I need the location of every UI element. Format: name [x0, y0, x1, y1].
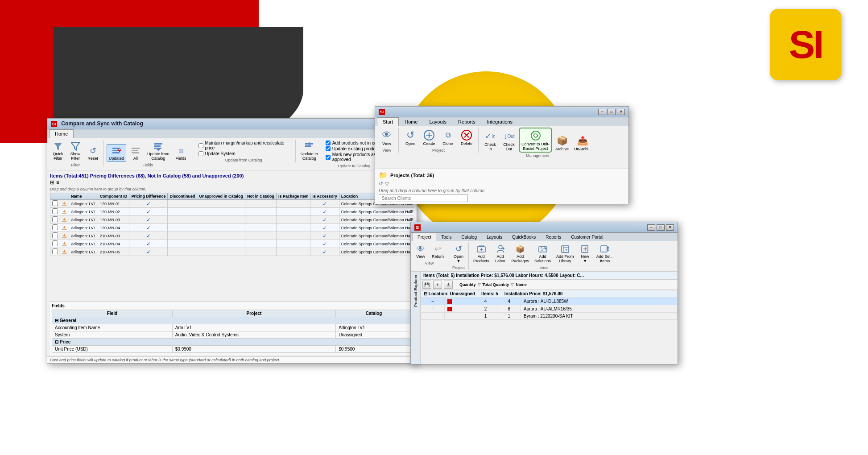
add-solutions-button[interactable]: AddSolutions	[532, 242, 553, 265]
col-accessory[interactable]: Is Accessory	[310, 193, 339, 200]
col-name[interactable]: Name	[69, 193, 98, 200]
field-name: Accounting Item Name	[52, 324, 173, 331]
col-package[interactable]: Is Package Item	[276, 193, 310, 200]
start-checkin-button[interactable]: ✓In CheckIn	[481, 128, 499, 153]
update-catalog-checkboxes: Maintain margin/markup and recalculate p…	[195, 140, 293, 157]
toolbar-add-btn[interactable]: +	[433, 281, 442, 289]
update-from-catalog-button[interactable]: Update fromCatalog	[145, 140, 172, 162]
start-maximize[interactable]: □	[608, 109, 616, 115]
start-create-button[interactable]: Create	[420, 128, 438, 147]
cell-checkbox[interactable]	[50, 248, 60, 256]
quick-filter-button[interactable]: QuickFilter	[50, 140, 66, 162]
start-minimize[interactable]: ─	[598, 109, 606, 115]
all-button[interactable]: All	[128, 144, 144, 162]
start-view-button[interactable]: 👁 View	[378, 128, 396, 147]
start-ribbon-body: 👁 View View ↺ Open	[375, 126, 628, 169]
col-pricing-diff[interactable]: Pricing Difference	[129, 193, 168, 200]
check-update-system-input[interactable]	[198, 151, 203, 156]
item-minus[interactable]: −	[421, 313, 445, 320]
items-data-table: ⊟ Location: Unassigned Items: 5 Installa…	[421, 290, 678, 320]
items-win-close[interactable]: ✕	[666, 224, 674, 231]
items-return-button[interactable]: ↩ Return	[430, 242, 446, 260]
add-labor-button[interactable]: AddLabor	[492, 242, 508, 265]
items-tab-customer-portal[interactable]: Customer Portal	[566, 233, 608, 241]
start-delete-button[interactable]: Delete	[458, 128, 475, 147]
check-maintain-margin[interactable]: Maintain margin/markup and recalculate p…	[198, 141, 289, 150]
catalog-col: Catalog	[336, 310, 412, 317]
cell-checkbox[interactable]	[50, 240, 60, 248]
items-tab-project[interactable]: Project	[413, 233, 436, 241]
toolbar-save-btn[interactable]: 💾	[422, 281, 431, 289]
items-win-minimize[interactable]: ─	[647, 224, 655, 231]
col-unapproved[interactable]: Unapproved in Catalog	[197, 193, 245, 200]
fields-buttons: Updated All	[107, 140, 189, 162]
tab-home[interactable]: Home	[49, 129, 74, 138]
col-component-id[interactable]: Component ID	[98, 193, 129, 200]
start-checkout-button[interactable]: ↓Out CheckOut	[500, 128, 518, 153]
cell-name: Arlington: LV1	[69, 200, 98, 208]
cell-not-in-catalog	[245, 240, 276, 248]
items-tab-layouts[interactable]: Layouts	[482, 233, 507, 241]
reset-button[interactable]: ↺ Reset	[85, 144, 101, 162]
start-open-button[interactable]: ↺ Open	[401, 128, 419, 147]
cell-package	[276, 232, 310, 240]
add-solutions-label: AddSolutions	[534, 254, 551, 263]
items-tab-quickbooks[interactable]: QuickBooks	[507, 233, 541, 241]
qty-filter-icon[interactable]: ▽	[478, 282, 481, 287]
start-clone-button[interactable]: ⧉ Clone	[439, 128, 457, 147]
cell-checkbox[interactable]	[50, 216, 60, 224]
svg-rect-7	[132, 152, 139, 153]
item-minus[interactable]: −	[421, 298, 445, 305]
items-tab-reports[interactable]: Reports	[541, 233, 566, 241]
view-icon-2[interactable]: ≡	[56, 179, 59, 186]
add-products-button[interactable]: AddProducts	[471, 242, 492, 265]
add-from-library-button[interactable]: Add FromLibrary	[554, 242, 576, 265]
update-to-catalog-button[interactable]: Update toCatalog	[298, 140, 320, 162]
fields-button[interactable]: ⊞ Fields	[173, 144, 189, 162]
check-update-system[interactable]: Update System	[198, 151, 289, 156]
projects-search-input[interactable]	[379, 194, 468, 202]
add-selected-items-button[interactable]: Add Sel...Items	[594, 242, 616, 265]
check-maintain-margin-input[interactable]	[198, 143, 203, 148]
cell-checkbox[interactable]	[50, 224, 60, 232]
view-icon-1[interactable]: ⊞	[50, 179, 54, 186]
tab-start[interactable]: Start	[377, 117, 399, 126]
item-minus[interactable]: −	[421, 305, 445, 313]
check-mark-approved-input[interactable]	[326, 155, 331, 160]
start-close[interactable]: ✕	[617, 109, 625, 115]
cell-unapproved	[197, 248, 245, 256]
col-not-in-catalog[interactable]: Not in Catalog	[245, 193, 276, 200]
items-view-button[interactable]: 👁 View	[413, 242, 429, 260]
items-open-button[interactable]: ↺ Open▼	[451, 242, 467, 265]
check-update-existing-input[interactable]	[326, 146, 331, 151]
add-packages-button[interactable]: 📦 AddPackages	[509, 242, 532, 265]
items-win-maximize[interactable]: □	[657, 224, 665, 231]
total-qty-filter-icon[interactable]: ▽	[511, 282, 514, 287]
start-unarchive-button[interactable]: 📤 UnArchi...	[572, 133, 594, 153]
items-tab-catalog[interactable]: Catalog	[456, 233, 481, 241]
convert-to-unit-button[interactable]: Convert to Unit-Based Project	[519, 128, 552, 153]
tab-home[interactable]: Home	[399, 117, 423, 126]
start-archive-button[interactable]: 📦 Archive	[553, 133, 571, 153]
tab-integrations[interactable]: Integrations	[481, 117, 518, 126]
updated-button[interactable]: Updated	[107, 144, 126, 162]
cell-name: Arlington: LV1	[69, 224, 98, 232]
cell-checkbox[interactable]	[50, 208, 60, 216]
table-row: ⚠ Arlington: LV1 120-MN-04 ✓ ✓ Colorado …	[50, 224, 414, 232]
table-row: ⚠ Arlington: LV1 120-MN-01 ✓ ✓ Colorado …	[50, 200, 414, 208]
check-add-products-input[interactable]	[326, 141, 331, 145]
items-tab-tools[interactable]: Tools	[436, 233, 456, 241]
show-filter-icon	[70, 141, 81, 152]
new-button[interactable]: New▼	[577, 242, 593, 265]
filter-icon[interactable]: ▽	[385, 181, 389, 187]
tab-layouts[interactable]: Layouts	[424, 117, 453, 126]
cell-checkbox[interactable]	[50, 232, 60, 240]
ribbon-group-filter: QuickFilter ShowFilter ↺ Reset Filter	[50, 140, 104, 167]
refresh-icon[interactable]: ↺	[379, 181, 383, 187]
start-archive-label: Archive	[555, 147, 569, 151]
tab-reports[interactable]: Reports	[452, 117, 481, 126]
show-filter-button[interactable]: ShowFilter	[67, 140, 83, 162]
toolbar-warn-btn[interactable]: ⚠	[444, 281, 453, 289]
cell-checkbox[interactable]	[50, 200, 60, 208]
col-discontinued[interactable]: Discontinued	[168, 193, 197, 200]
